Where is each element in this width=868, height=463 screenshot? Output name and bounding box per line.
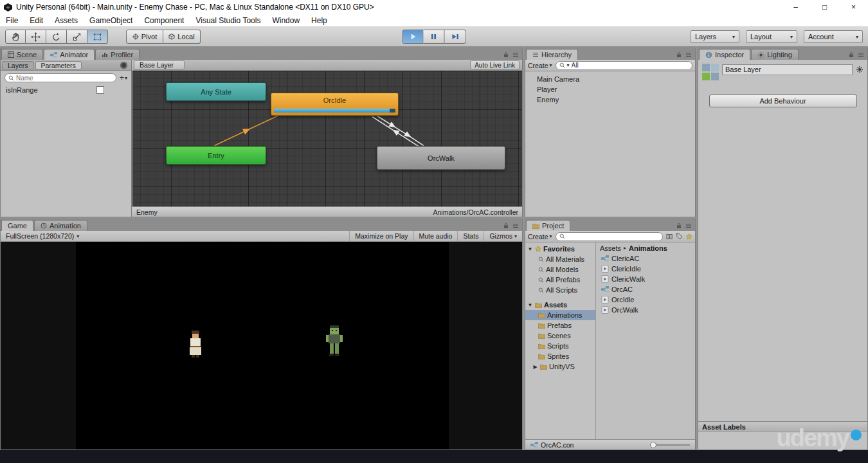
- hierarchy-create-button[interactable]: Create ▾: [528, 62, 552, 69]
- hierarchy-item-enemy[interactable]: Enemy: [525, 95, 695, 105]
- tab-lighting[interactable]: Lighting: [751, 49, 799, 60]
- project-zoom-slider[interactable]: [650, 442, 690, 448]
- state-node-orcwalk[interactable]: OrcWalk: [377, 146, 505, 170]
- menu-component[interactable]: Component: [138, 14, 190, 26]
- tab-hierarchy[interactable]: Hierarchy: [526, 49, 578, 60]
- hierarchy-item-main-camera[interactable]: Main Camera: [525, 74, 695, 84]
- project-search-box[interactable]: [556, 232, 663, 241]
- foldout-caret-icon[interactable]: ▼: [527, 246, 533, 252]
- state-node-orcidle[interactable]: OrcIdle: [271, 93, 399, 116]
- label-icon[interactable]: [676, 233, 683, 240]
- lock-icon[interactable]: [503, 222, 509, 229]
- game-view-canvas[interactable]: [1, 242, 522, 449]
- asset-clericidle[interactable]: ClericIdle: [596, 264, 695, 274]
- breadcrumb-assets[interactable]: Assets: [600, 244, 621, 252]
- parameter-row[interactable]: isInRange: [1, 84, 131, 96]
- hierarchy-search-box[interactable]: ▾: [556, 61, 692, 70]
- project-search-input[interactable]: [567, 233, 659, 240]
- tab-menu-icon[interactable]: [685, 51, 692, 58]
- parameter-search-input[interactable]: [16, 75, 113, 82]
- folder-unityvs[interactable]: ▶UnityVS: [525, 361, 595, 372]
- tab-menu-icon[interactable]: [858, 51, 864, 58]
- asset-orcidle[interactable]: OrcIdle: [596, 295, 695, 305]
- lock-icon[interactable]: [676, 51, 682, 58]
- maximize-button[interactable]: □: [810, 0, 839, 14]
- favorites-root[interactable]: ▼ Favorites: [525, 244, 595, 254]
- favorite-all-scripts[interactable]: All Scripts: [525, 285, 595, 295]
- aspect-ratio-dropdown[interactable]: FullScreen (1280x720) ▾: [1, 231, 84, 241]
- tab-inspector[interactable]: Inspector: [699, 49, 750, 60]
- minimize-button[interactable]: –: [781, 0, 810, 14]
- folder-animations[interactable]: Animations: [525, 310, 595, 320]
- step-button[interactable]: [445, 30, 466, 44]
- maximize-on-play-button[interactable]: Maximize on Play: [349, 231, 413, 241]
- state-machine-canvas[interactable]: Any State OrcIdle Entry OrcWalk: [132, 71, 522, 206]
- favorite-all-models[interactable]: All Models: [525, 264, 595, 275]
- hand-tool-button[interactable]: [5, 30, 26, 44]
- tab-game[interactable]: Game: [1, 220, 33, 231]
- assets-root[interactable]: ▼ Assets: [525, 300, 595, 310]
- favorite-all-prefabs[interactable]: All Prefabs: [525, 275, 595, 285]
- lock-icon[interactable]: [848, 51, 854, 58]
- lock-icon[interactable]: [676, 222, 682, 229]
- breadcrumb-current[interactable]: Animations: [629, 244, 667, 252]
- layout-dropdown[interactable]: Layout▾: [746, 30, 797, 43]
- lock-icon[interactable]: [503, 51, 509, 58]
- search-by-type-icon[interactable]: [666, 233, 673, 240]
- menu-window[interactable]: Window: [266, 14, 305, 26]
- layers-dropdown[interactable]: Layers▾: [691, 30, 739, 43]
- state-node-entry[interactable]: Entry: [166, 146, 266, 165]
- local-toggle-button[interactable]: Local: [163, 30, 201, 44]
- close-button[interactable]: ×: [839, 0, 868, 14]
- tab-menu-icon[interactable]: [685, 222, 692, 229]
- tab-scene[interactable]: Scene: [1, 49, 43, 60]
- add-parameter-button[interactable]: +▾: [120, 73, 127, 82]
- menu-gameobject[interactable]: GameObject: [84, 14, 138, 26]
- folder-prefabs[interactable]: Prefabs: [525, 320, 595, 331]
- tab-menu-icon[interactable]: [512, 222, 519, 229]
- gear-icon[interactable]: [856, 66, 863, 73]
- hierarchy-item-player[interactable]: Player: [525, 84, 695, 95]
- hierarchy-search-input[interactable]: [572, 62, 689, 69]
- menu-visual-studio-tools[interactable]: Visual Studio Tools: [190, 14, 266, 26]
- menu-edit[interactable]: Edit: [24, 14, 49, 26]
- move-tool-button[interactable]: [26, 30, 46, 44]
- eye-icon[interactable]: [120, 62, 127, 69]
- folder-scripts[interactable]: Scripts: [525, 341, 595, 351]
- asset-clericac[interactable]: ClericAC: [596, 253, 695, 264]
- play-button[interactable]: [402, 30, 424, 44]
- gizmos-dropdown[interactable]: Gizmos▾: [484, 231, 522, 241]
- folder-sprites[interactable]: Sprites: [525, 351, 595, 361]
- foldout-caret-icon[interactable]: ▶: [532, 364, 538, 370]
- state-node-any-state[interactable]: Any State: [166, 82, 266, 101]
- foldout-caret-icon[interactable]: ▼: [527, 302, 533, 308]
- tab-project[interactable]: Project: [526, 220, 570, 231]
- menu-help[interactable]: Help: [305, 14, 333, 26]
- pause-button[interactable]: [424, 30, 445, 44]
- slider-knob[interactable]: [650, 442, 656, 448]
- rotate-tool-button[interactable]: [46, 30, 67, 44]
- stats-button[interactable]: Stats: [457, 231, 484, 241]
- project-create-button[interactable]: Create ▾: [528, 233, 552, 241]
- tab-animator[interactable]: Animator: [44, 49, 95, 60]
- account-dropdown[interactable]: Account▾: [804, 30, 863, 43]
- tab-layers[interactable]: Layers: [2, 61, 34, 69]
- mute-audio-button[interactable]: Mute audio: [413, 231, 458, 241]
- auto-live-link-button[interactable]: Auto Live Link: [470, 60, 520, 69]
- tab-profiler[interactable]: Profiler: [95, 49, 140, 60]
- scale-tool-button[interactable]: [67, 30, 87, 44]
- tab-animation[interactable]: Animation: [34, 220, 87, 231]
- asset-clericwalk[interactable]: ClericWalk: [596, 274, 695, 284]
- layer-name-field[interactable]: Base Layer: [722, 64, 853, 75]
- base-layer-breadcrumb[interactable]: Base Layer: [134, 60, 185, 69]
- tab-parameters[interactable]: Parameters: [35, 61, 82, 69]
- parameter-search-box[interactable]: [5, 73, 116, 82]
- menu-assets[interactable]: Assets: [49, 14, 84, 26]
- rect-tool-button[interactable]: [87, 30, 108, 44]
- tab-menu-icon[interactable]: [512, 51, 519, 58]
- pivot-toggle-button[interactable]: Pivot: [126, 30, 163, 44]
- favorites-star-icon[interactable]: [686, 233, 692, 240]
- asset-orcac[interactable]: OrcAC: [596, 284, 695, 295]
- folder-scenes[interactable]: Scenes: [525, 331, 595, 341]
- parameter-checkbox[interactable]: [96, 86, 104, 94]
